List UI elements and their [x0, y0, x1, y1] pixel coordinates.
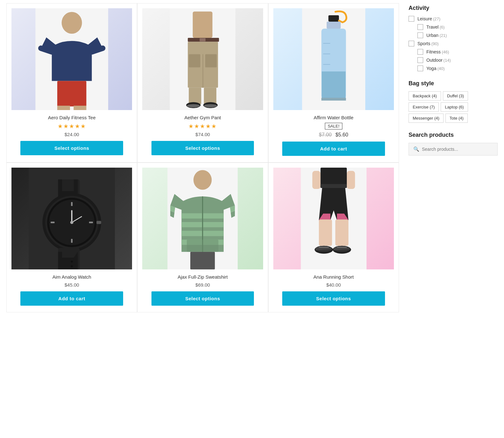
activity-checkbox-urban[interactable] — [417, 32, 423, 38]
svg-point-18 — [204, 104, 217, 107]
svg-rect-50 — [187, 240, 218, 252]
sale-price: $5.60 — [335, 132, 348, 138]
activity-filter-yoga: Yoga (40) — [417, 66, 498, 71]
activity-checkbox-travel[interactable] — [417, 24, 423, 30]
original-price: $7.00 — [319, 132, 332, 138]
svg-rect-29 — [321, 98, 346, 101]
svg-rect-54 — [335, 219, 348, 246]
activity-filter-travel: Travel (6) — [417, 24, 498, 30]
product-grid: Aero Daily Fitness Tee ★★★★★ $24.00 Sele… — [6, 3, 399, 312]
activity-checkbox-fitness[interactable] — [417, 49, 423, 55]
activity-filter-leisure: Leisure (27) — [409, 16, 498, 22]
bag-tag-laptop[interactable]: Laptop (6) — [441, 102, 468, 112]
svg-rect-39 — [89, 222, 93, 223]
sidebar: Activity Leisure (27) Travel (6) Urban (… — [409, 3, 498, 312]
add-to-cart-button[interactable]: Add to cart — [282, 142, 385, 156]
activity-count: (27) — [433, 17, 440, 21]
product-card-aether-pant: Aether Gym Pant ★★★★★ $74.00 Select opti… — [137, 3, 268, 163]
activity-filter-outdoor: Outdoor (14) — [417, 57, 498, 63]
svg-rect-51 — [190, 252, 215, 269]
activity-count: (14) — [444, 58, 451, 63]
activity-checkbox-outdoor[interactable] — [417, 57, 423, 63]
select-options-button[interactable]: Select options — [20, 141, 123, 155]
activity-filter-sports: Sports (90) — [409, 41, 498, 46]
activity-label: Outdoor — [426, 58, 443, 63]
star-rating: ★★★★★ — [188, 123, 217, 130]
activity-checkbox-yoga[interactable] — [417, 66, 423, 71]
activity-count: (40) — [437, 66, 444, 71]
bag-tags-container: Backpack (4)Duffel (3)Exercise (7)Laptop… — [409, 91, 498, 123]
activity-label: Sports — [417, 41, 430, 46]
bag-style-title: Bag style — [409, 80, 498, 87]
activity-label: Travel — [426, 24, 438, 30]
product-title: Ajax Full-Zip Sweatshirt — [178, 274, 228, 280]
activity-checkbox-sports[interactable] — [409, 41, 414, 46]
svg-rect-62 — [347, 171, 355, 189]
search-section: Search products 🔍 — [409, 132, 498, 156]
price-container: $7.00 $5.60 — [319, 132, 348, 138]
product-card-ana-short: Ana Running Short $40.00 Select options — [268, 163, 399, 312]
select-options-button[interactable]: Select options — [151, 141, 254, 155]
activity-label: Yoga — [426, 66, 436, 71]
product-image — [273, 8, 394, 110]
svg-rect-11 — [189, 54, 200, 67]
activity-filter-urban: Urban (21) — [417, 32, 498, 38]
bag-style-section: Bag style Backpack (4)Duffel (3)Exercise… — [409, 80, 498, 123]
price: $24.00 — [65, 132, 79, 137]
svg-rect-64 — [320, 184, 347, 188]
svg-point-45 — [71, 261, 73, 262]
svg-rect-14 — [204, 88, 216, 104]
activity-count: (6) — [439, 25, 444, 30]
product-card-affirm-bottle: Affirm Water Bottle SALE! $7.00 $5.60 Ad… — [268, 3, 399, 163]
svg-point-46 — [71, 265, 73, 267]
product-image — [11, 8, 132, 110]
svg-rect-12 — [205, 54, 217, 67]
product-title: Aim Analog Watch — [52, 274, 91, 280]
activity-count: (90) — [431, 41, 438, 46]
activity-label: Urban — [426, 33, 438, 38]
svg-rect-53 — [319, 219, 332, 246]
svg-point-42 — [70, 221, 74, 224]
product-title: Ana Running Short — [313, 274, 354, 280]
svg-rect-4 — [74, 106, 86, 110]
product-image — [273, 168, 394, 269]
star-rating: ★★★★★ — [58, 123, 86, 130]
search-input-wrapper: 🔍 — [409, 143, 498, 156]
product-title: Aero Daily Fitness Tee — [48, 115, 96, 120]
add-to-cart-button[interactable]: Add to cart — [20, 291, 123, 306]
svg-rect-21 — [326, 22, 340, 29]
activity-label: Leisure — [417, 16, 432, 21]
bag-tag-backpack[interactable]: Backpack (4) — [409, 91, 441, 101]
svg-rect-2 — [57, 81, 86, 107]
price: $40.00 — [326, 282, 341, 288]
bag-tag-exercise[interactable]: Exercise (7) — [409, 102, 439, 112]
svg-rect-6 — [193, 11, 213, 38]
activity-title: Activity — [409, 5, 498, 11]
search-title: Search products — [409, 132, 498, 138]
svg-rect-3 — [57, 106, 70, 110]
bag-tag-tote[interactable]: Tote (4) — [445, 114, 468, 123]
product-title: Affirm Water Bottle — [314, 115, 354, 120]
activity-count: (21) — [439, 33, 447, 38]
sale-badge: SALE! — [325, 123, 342, 129]
bag-tag-duffel[interactable]: Duffel (3) — [443, 91, 468, 101]
svg-rect-43 — [96, 221, 101, 224]
activity-filter-section: Activity Leisure (27) Travel (6) Urban (… — [409, 5, 498, 71]
svg-point-48 — [193, 170, 212, 190]
select-options-button[interactable]: Select options — [282, 291, 385, 306]
activity-checkbox-leisure[interactable] — [409, 16, 414, 22]
svg-rect-8 — [200, 38, 206, 41]
select-options-button[interactable]: Select options — [151, 291, 254, 306]
bag-tag-messenger[interactable]: Messenger (4) — [409, 114, 444, 123]
product-card-ajax-sweatshirt: Ajax Full-Zip Sweatshirt $69.00 Select o… — [137, 163, 268, 312]
svg-rect-20 — [328, 15, 339, 22]
search-icon: 🔍 — [413, 146, 419, 152]
search-input[interactable] — [422, 147, 493, 152]
product-card-aim-watch: Aim Analog Watch $45.00 Add to cart — [6, 163, 137, 312]
svg-rect-36 — [71, 202, 73, 206]
svg-rect-38 — [51, 222, 54, 223]
product-image — [142, 8, 263, 110]
svg-point-1 — [62, 12, 82, 34]
svg-rect-61 — [312, 171, 320, 189]
product-image — [11, 168, 132, 269]
